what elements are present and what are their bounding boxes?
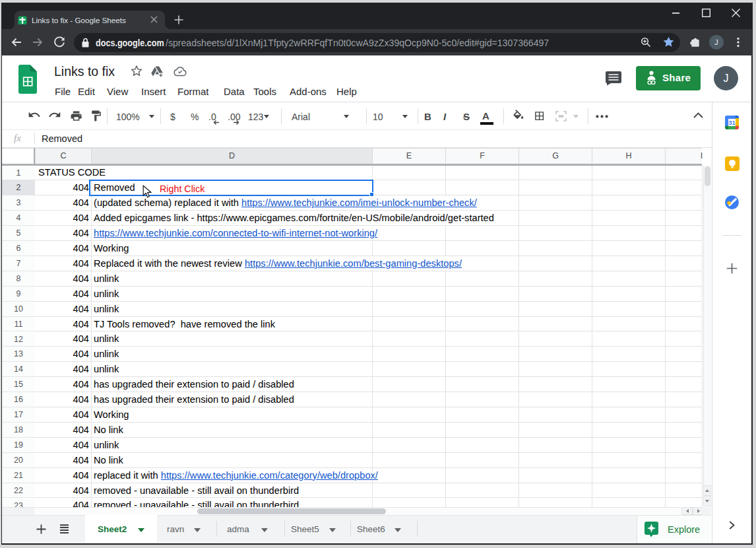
svg-text:31: 31: [728, 119, 736, 126]
